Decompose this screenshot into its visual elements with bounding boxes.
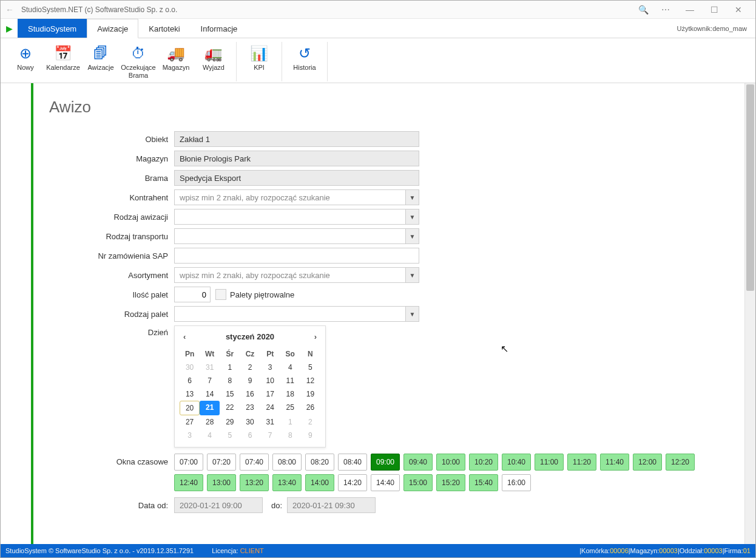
tab-awizacje[interactable]: Awizacje	[87, 19, 138, 38]
timeslot-1000[interactable]: 10:00	[436, 454, 465, 471]
cal-day[interactable]: 25	[280, 401, 300, 415]
cal-day[interactable]: 6	[240, 429, 260, 442]
nr-sap-input[interactable]	[174, 248, 419, 264]
cal-day[interactable]: 27	[180, 415, 200, 429]
timeslot-1240[interactable]: 12:40	[174, 474, 203, 491]
cal-day[interactable]: 21	[200, 401, 220, 415]
asortyment-combo[interactable]: wpisz min 2 znaki, aby rozpocząć szukani…	[174, 267, 419, 283]
cal-day[interactable]: 5	[220, 429, 240, 442]
cal-day[interactable]: 29	[220, 415, 240, 429]
timeslot-0940[interactable]: 09:40	[403, 454, 433, 471]
more-icon[interactable]: ⋯	[653, 5, 678, 15]
search-icon[interactable]: 🔍	[638, 5, 649, 15]
ilosc-input[interactable]	[174, 287, 211, 302]
cal-day[interactable]: 30	[240, 415, 260, 429]
cal-day[interactable]: 18	[280, 387, 300, 401]
timeslot-1420[interactable]: 14:20	[338, 474, 367, 491]
ribbon-kpi[interactable]: 📊KPI	[240, 42, 278, 81]
timeslot-1540[interactable]: 15:40	[469, 474, 498, 491]
cal-day[interactable]: 10	[260, 374, 280, 387]
calendar[interactable]: ‹ styczeń 2020 › PnWtŚrCzPtSoN3031123456…	[174, 325, 326, 447]
cal-day[interactable]: 31	[260, 415, 280, 429]
chevron-down-icon[interactable]: ▼	[405, 307, 419, 321]
timeslot-1400[interactable]: 14:00	[305, 474, 334, 491]
timeslot-1220[interactable]: 12:20	[666, 454, 695, 471]
timeslot-0720[interactable]: 07:20	[207, 454, 236, 471]
timeslot-0820[interactable]: 08:20	[305, 454, 334, 471]
vertical-scrollbar[interactable]	[744, 83, 755, 544]
cal-day[interactable]: 7	[260, 429, 280, 442]
cal-day[interactable]: 5	[300, 361, 320, 374]
cal-day[interactable]: 1	[220, 361, 240, 374]
back-icon[interactable]: ←	[5, 5, 14, 15]
cal-day[interactable]: 12	[300, 374, 320, 387]
timeslot-0740[interactable]: 07:40	[240, 454, 269, 471]
cal-day[interactable]: 15	[220, 387, 240, 401]
timeslot-1600[interactable]: 16:00	[502, 474, 531, 491]
rodzaj-palet-combo[interactable]: ▼	[174, 306, 419, 322]
cal-day[interactable]: 4	[200, 429, 220, 442]
cal-day[interactable]: 8	[280, 429, 300, 442]
cal-day[interactable]: 3	[180, 429, 200, 442]
ribbon-historia[interactable]: ↺Historia	[286, 42, 323, 81]
tab-kartoteki[interactable]: Kartoteki	[138, 19, 190, 38]
tab-informacje[interactable]: Informacje	[191, 19, 248, 38]
timeslot-0700[interactable]: 07:00	[174, 454, 203, 471]
timeslot-1340[interactable]: 13:40	[272, 474, 302, 491]
timeslot-1120[interactable]: 11:20	[567, 454, 596, 471]
timeslot-1300[interactable]: 13:00	[207, 474, 236, 491]
cal-day[interactable]: 9	[300, 429, 320, 442]
cal-day[interactable]: 2	[300, 415, 320, 429]
timeslot-1320[interactable]: 13:20	[240, 474, 269, 491]
cal-day[interactable]: 24	[260, 401, 280, 415]
play-icon[interactable]: ▶	[1, 19, 18, 38]
tab-studiosystem[interactable]: StudioSystem	[18, 19, 87, 38]
chevron-down-icon[interactable]: ▼	[405, 190, 419, 205]
cal-day[interactable]: 31	[200, 361, 220, 374]
timeslot-1520[interactable]: 15:20	[436, 474, 465, 491]
cal-prev-icon[interactable]: ‹	[180, 332, 189, 341]
maximize-icon[interactable]: ☐	[702, 5, 726, 15]
timeslot-1020[interactable]: 10:20	[469, 454, 498, 471]
timeslot-0900[interactable]: 09:00	[371, 454, 400, 471]
cal-day[interactable]: 13	[180, 387, 200, 401]
cal-day[interactable]: 16	[240, 387, 260, 401]
cal-day[interactable]: 28	[200, 415, 220, 429]
timeslot-0800[interactable]: 08:00	[272, 454, 302, 471]
rodzaj-awizacji-combo[interactable]: ▼	[174, 209, 419, 225]
ribbon-magazyn[interactable]: 🚚Magazyn	[157, 42, 195, 81]
timeslot-1440[interactable]: 14:40	[371, 474, 400, 491]
cal-next-icon[interactable]: ›	[311, 332, 320, 341]
timeslot-1100[interactable]: 11:00	[535, 454, 564, 471]
close-icon[interactable]: ✕	[726, 5, 751, 15]
chevron-down-icon[interactable]: ▼	[405, 268, 419, 282]
timeslot-1500[interactable]: 15:00	[403, 474, 433, 491]
ribbon-awizacje[interactable]: 🗐Awizacje	[82, 42, 120, 81]
cal-day[interactable]: 1	[280, 415, 300, 429]
pietrowalne-checkbox[interactable]	[215, 289, 226, 300]
ribbon-nowy[interactable]: ⊕Nowy	[7, 42, 44, 81]
timeslot-0840[interactable]: 08:40	[338, 454, 367, 471]
cal-day[interactable]: 11	[280, 374, 300, 387]
cal-day[interactable]: 30	[180, 361, 200, 374]
cal-day[interactable]: 14	[200, 387, 220, 401]
cal-day[interactable]: 7	[200, 374, 220, 387]
ribbon-oczekujące-brama[interactable]: ⏱Oczekujące Brama	[120, 42, 157, 81]
chevron-down-icon[interactable]: ▼	[405, 209, 419, 224]
cal-day[interactable]: 26	[300, 401, 320, 415]
rodzaj-transportu-combo[interactable]: ▼	[174, 228, 419, 244]
cal-day[interactable]: 8	[220, 374, 240, 387]
cal-day[interactable]: 20	[180, 401, 200, 415]
ribbon-wyjazd[interactable]: 🚛Wyjazd	[195, 42, 232, 81]
scrollbar-thumb[interactable]	[746, 84, 754, 291]
timeslot-1140[interactable]: 11:40	[600, 454, 629, 471]
cal-day[interactable]: 17	[260, 387, 280, 401]
minimize-icon[interactable]: —	[678, 5, 702, 15]
cal-day[interactable]: 4	[280, 361, 300, 374]
cal-day[interactable]: 19	[300, 387, 320, 401]
cal-day[interactable]: 23	[240, 401, 260, 415]
cal-day[interactable]: 2	[240, 361, 260, 374]
kontrahent-combo[interactable]: wpisz min 2 znaki, aby rozpocząć szukani…	[174, 189, 419, 205]
timeslot-1040[interactable]: 10:40	[502, 454, 531, 471]
cal-day[interactable]: 6	[180, 374, 200, 387]
